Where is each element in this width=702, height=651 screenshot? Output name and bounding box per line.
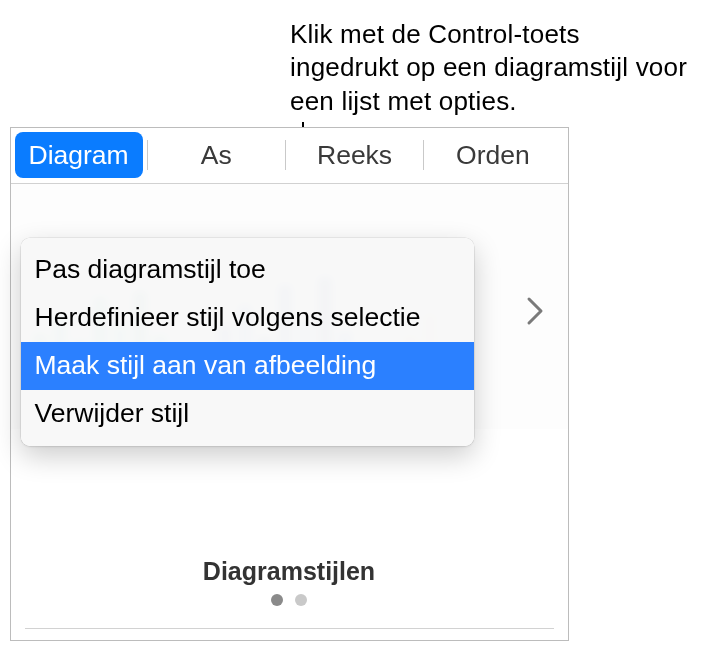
style-pager-dots (11, 594, 568, 606)
pager-dot[interactable] (295, 594, 307, 606)
pager-dot[interactable] (271, 594, 283, 606)
inspector-panel: Diagram As Reeks Orden Pas diagramstijl (10, 127, 569, 641)
tab-reeks[interactable]: Reeks (286, 129, 423, 182)
menu-item-delete-style[interactable]: Verwijder stijl (21, 390, 474, 438)
chart-style-context-menu: Pas diagramstijl toe Herdefinieer stijl … (21, 238, 474, 447)
menu-item-redefine-style[interactable]: Herdefinieer stijl volgens selectie (21, 294, 474, 342)
next-page-button[interactable] (518, 294, 552, 328)
menu-item-apply-style[interactable]: Pas diagramstijl toe (21, 246, 474, 294)
menu-item-create-style-from-image[interactable]: Maak stijl aan van afbeelding (21, 342, 474, 390)
chart-styles-label: Diagramstijlen (11, 557, 568, 586)
tab-as[interactable]: As (148, 129, 285, 182)
tab-bar: Diagram As Reeks Orden (11, 128, 568, 183)
tab-orden[interactable]: Orden (424, 129, 567, 182)
chart-options-label: Diagramopties (11, 629, 568, 652)
tab-diagram[interactable]: Diagram (15, 132, 143, 178)
chevron-right-icon (526, 296, 544, 326)
callout-text: Klik met de Control-toets ingedrukt op e… (290, 18, 690, 118)
